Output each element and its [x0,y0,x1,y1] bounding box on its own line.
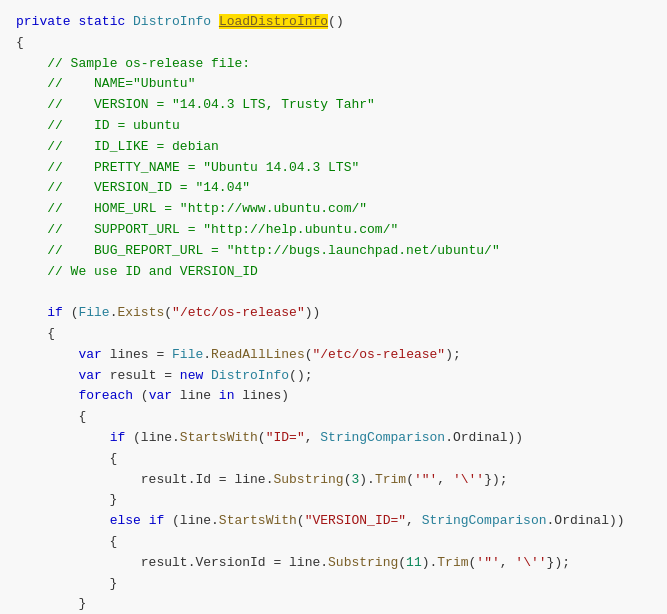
token-type: File [78,305,109,320]
code-line: // We use ID and VERSION_ID [16,262,651,283]
token-plain [16,160,47,175]
token-kw: var [78,347,101,362]
token-plain: .Ordinal)) [445,430,523,445]
token-plain: } [16,576,117,591]
code-line: foreach (var line in lines) [16,386,651,407]
token-plain [16,264,47,279]
code-line: { [16,324,651,345]
token-number: 11 [406,555,422,570]
token-kw: else if [110,513,165,528]
token-plain [16,76,47,91]
token-comment: // Sample os-release file: [47,56,250,71]
token-comment: // We use ID and VERSION_ID [47,264,258,279]
token-plain: , [406,513,422,528]
code-line: result.VersionId = line.Substring(11).Tr… [16,553,651,574]
token-plain [16,180,47,195]
token-method-highlight: LoadDistroInfo [219,14,328,29]
token-plain: ( [305,347,313,362]
token-kw: var [78,368,101,383]
token-plain: (line. [125,430,180,445]
token-plain: lines = [102,347,172,362]
token-plain: (line. [164,513,219,528]
token-string: '\'' [515,555,546,570]
token-plain: } [16,492,117,507]
token-plain: { [16,534,117,549]
token-string: "ID=" [266,430,305,445]
token-plain: , [500,555,516,570]
token-method: StartsWith [180,430,258,445]
token-plain: ( [164,305,172,320]
code-line: } [16,594,651,614]
code-line: private static DistroInfo LoadDistroInfo… [16,12,651,33]
token-plain [16,243,47,258]
token-kw: foreach [78,388,133,403]
token-comment: // ID_LIKE = debian [47,139,219,154]
token-kw: private [16,14,71,29]
token-plain [16,97,47,112]
code-line: // VERSION_ID = "14.04" [16,178,651,199]
token-plain [16,430,110,445]
code-block: private static DistroInfo LoadDistroInfo… [0,0,667,614]
code-line: // BUG_REPORT_URL = "http://bugs.launchp… [16,241,651,262]
code-line: if (line.StartsWith("ID=", StringCompari… [16,428,651,449]
token-plain: ( [63,305,79,320]
token-type: File [172,347,203,362]
code-line: { [16,449,651,470]
token-string: "VERSION_ID=" [305,513,406,528]
token-plain: () [328,14,344,29]
token-method: StartsWith [219,513,297,528]
code-line: } [16,574,651,595]
code-line: if (File.Exists("/etc/os-release")) [16,303,651,324]
code-line: // ID_LIKE = debian [16,137,651,158]
token-plain: . [203,347,211,362]
token-method: Exists [117,305,164,320]
code-line: // ID = ubuntu [16,116,651,137]
token-kw: var [149,388,172,403]
code-line: { [16,407,651,428]
token-string: "/etc/os-release" [313,347,446,362]
token-plain [16,56,47,71]
token-plain [16,118,47,133]
token-plain [125,14,133,29]
token-string: '\'' [453,472,484,487]
token-kw: if [47,305,63,320]
token-type: DistroInfo [211,368,289,383]
token-plain [16,222,47,237]
code-line: } [16,490,651,511]
token-plain: line [172,388,219,403]
token-plain: ( [133,388,149,403]
token-string: '"' [476,555,499,570]
token-method: Substring [328,555,398,570]
token-plain: )) [305,305,321,320]
code-line: // PRETTY_NAME = "Ubuntu 14.04.3 LTS" [16,158,651,179]
token-plain: (); [289,368,312,383]
token-plain: result.VersionId = line. [16,555,328,570]
code-line: var result = new DistroInfo(); [16,366,651,387]
token-type: StringComparison [320,430,445,445]
token-plain: result.Id = line. [16,472,273,487]
token-plain: ( [406,472,414,487]
token-comment: // HOME_URL = "http://www.ubuntu.com/" [47,201,367,216]
code-line: // Sample os-release file: [16,54,651,75]
token-comment: // VERSION_ID = "14.04" [47,180,250,195]
code-line: // HOME_URL = "http://www.ubuntu.com/" [16,199,651,220]
token-plain: .Ordinal)) [547,513,625,528]
token-comment: // BUG_REPORT_URL = "http://bugs.launchp… [47,243,499,258]
token-string: '"' [414,472,437,487]
token-string: "/etc/os-release" [172,305,305,320]
token-plain [16,305,47,320]
code-line: { [16,33,651,54]
token-plain: } [16,596,86,611]
token-plain: { [16,326,55,341]
token-plain [16,368,78,383]
token-method: Substring [273,472,343,487]
token-plain [203,368,211,383]
code-line [16,282,651,303]
token-plain [16,513,110,528]
token-plain: { [16,451,117,466]
token-method: ReadAllLines [211,347,305,362]
token-plain: { [16,409,86,424]
token-plain [211,14,219,29]
token-plain: , [437,472,453,487]
code-line: // VERSION = "14.04.3 LTS, Trusty Tahr" [16,95,651,116]
